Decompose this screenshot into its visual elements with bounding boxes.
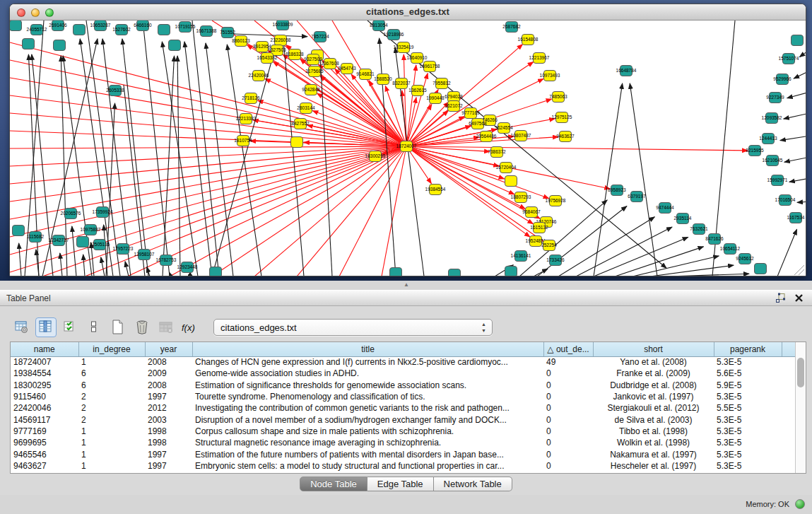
column-header-spacer[interactable] [782,342,795,356]
table-cell[interactable]: Tourette syndrome. Phenomenology and cla… [192,391,543,402]
table-cell[interactable]: 1 [78,356,145,368]
table-cell[interactable]: 14569117 [11,414,78,425]
network-canvas[interactable]: 2405571226914061065328715276026466160107… [10,21,806,276]
table-cell[interactable]: 2012 [145,402,192,414]
graph-node[interactable] [158,25,170,35]
table-cell[interactable]: 2009 [145,368,192,379]
table-cell[interactable]: 1 [78,426,145,437]
table-row[interactable]: 946554611997Estimation of the future num… [11,448,795,460]
column-header-out_de...[interactable]: △ out_de... [543,342,593,356]
table-row[interactable]: 969969511998Structural magnetic resonanc… [11,437,795,448]
table-cell[interactable]: Franke et al. (2009) [593,368,714,379]
table-cell[interactable]: Dudbridge et al. (2008) [593,380,714,391]
delete-table-icon[interactable] [131,317,153,337]
graph-node[interactable] [449,269,461,277]
column-header-name[interactable]: name [11,342,78,356]
table-cell[interactable]: 5.9E-5 [714,380,782,391]
table-cell[interactable]: 1997 [145,391,192,402]
graph-node[interactable] [54,40,66,51]
table-cell[interactable]: Stergiakouli et al. (2012) [593,402,714,414]
table-cell[interactable]: 0 [543,460,593,472]
table-cell[interactable]: Wolkin et al. (1998) [593,437,714,448]
graph-node[interactable] [291,137,303,148]
import-table-icon[interactable] [155,317,177,337]
table-cell[interactable]: 9777169 [11,426,78,437]
table-cell[interactable]: 1998 [145,437,192,448]
table-cell[interactable]: 5.6E-5 [714,368,782,379]
table-cell[interactable]: Hescheler et al. (1997) [593,460,714,472]
table-cell[interactable]: 5.3E-5 [714,356,782,368]
graph-node[interactable] [23,39,35,49]
table-cell[interactable]: 6 [78,380,145,391]
network-window-titlebar[interactable]: citations_edges.txt [10,4,806,21]
graph-node[interactable] [210,267,222,277]
splitter-handle-icon[interactable]: ▲ [404,282,408,287]
graph-node[interactable] [792,35,804,46]
table-cell[interactable] [782,414,795,425]
table-cell[interactable]: 1997 [145,448,192,460]
column-header-in_degree[interactable]: in_degree [78,342,145,356]
table-cell[interactable]: 1 [78,460,145,472]
table-cell[interactable]: 19384554 [11,368,78,379]
table-cell[interactable] [782,460,795,472]
table-cell[interactable] [782,402,795,414]
table-cell[interactable]: Disruption of a novel member of a sodium… [192,414,543,425]
select-rows-icon[interactable] [59,317,81,337]
table-cell[interactable]: Changes of HCN gene expression and I(f) … [192,356,543,368]
table-cell[interactable]: 0 [543,426,593,437]
column-header-short[interactable]: short [593,342,714,356]
table-cell[interactable]: 9699695 [11,437,78,448]
table-row[interactable]: 946362711997Embryonic stem cells: a mode… [11,460,795,472]
graph-node[interactable] [505,267,517,277]
close-panel-icon[interactable] [794,293,805,304]
table-cell[interactable]: Embryonic stem cells: a model to study s… [192,460,543,472]
table-cell[interactable]: Genome-wide association studies in ADHD. [192,368,543,379]
table-cell[interactable]: 2 [78,391,145,402]
table-cell[interactable]: 5.3E-5 [714,448,782,460]
table-cell[interactable]: Estimation of significance thresholds fo… [192,380,543,391]
table-row[interactable]: 911546021997Tourette syndrome. Phenomeno… [11,391,795,402]
graph-node[interactable]: 751552 [220,28,235,38]
table-cell[interactable]: Structural magnetic resonance image aver… [192,437,543,448]
table-row[interactable]: 1456911722003Disruption of a novel membe… [11,414,795,425]
graph-node[interactable] [73,25,86,35]
table-cell[interactable]: 0 [543,402,593,414]
table-cell[interactable] [782,368,795,379]
column-header-pagerank[interactable]: pagerank [714,342,782,356]
table-cell[interactable]: 2 [78,414,145,425]
table-cell[interactable] [782,391,795,402]
table-cell[interactable]: 1 [78,448,145,460]
graph-node[interactable] [13,226,25,236]
float-panel-icon[interactable] [775,293,787,304]
table-cell[interactable]: 18724007 [11,356,78,368]
scrollbar-thumb[interactable] [797,358,804,387]
table-row[interactable]: 1830029562008Estimation of significance … [11,380,795,391]
table-cell[interactable]: 5.3E-5 [714,460,782,472]
table-cell[interactable]: Tibbo et al. (1998) [593,426,714,437]
table-cell[interactable]: de Silva et al. (2003) [593,414,714,425]
tab-node-table[interactable]: Node Table [300,477,367,491]
tab-edge-table[interactable]: Edge Table [367,477,434,491]
table-settings-icon[interactable] [11,317,33,337]
table-cell[interactable]: 9115460 [11,391,78,402]
column-header-title[interactable]: title [192,342,543,356]
table-cell[interactable]: 22420046 [11,402,78,414]
table-cell[interactable]: 5.3E-5 [714,391,782,402]
table-cell[interactable]: 49 [543,356,593,368]
table-cell[interactable]: 5.3E-5 [714,414,782,425]
tab-network-table[interactable]: Network Table [434,477,512,491]
graph-node[interactable] [10,21,22,31]
graph-node[interactable] [505,176,517,187]
graph-node[interactable]: 1115682 [27,232,45,243]
table-cell[interactable]: 9463627 [11,460,78,472]
table-cell[interactable]: Estimation of the future numbers of pati… [192,448,543,460]
table-cell[interactable]: Corpus callosum shape and size in male p… [192,426,543,437]
table-row[interactable]: 2242004622012Investigating the contribut… [11,402,795,414]
table-cell[interactable] [782,437,795,448]
function-builder-icon[interactable]: f(x) [180,317,201,337]
table-cell[interactable] [782,380,795,391]
column-header-year[interactable]: year [145,342,192,356]
table-vertical-scrollbar[interactable] [795,342,806,473]
table-cell[interactable]: Yano et al. (2008) [593,356,714,368]
graph-node[interactable] [755,264,767,274]
